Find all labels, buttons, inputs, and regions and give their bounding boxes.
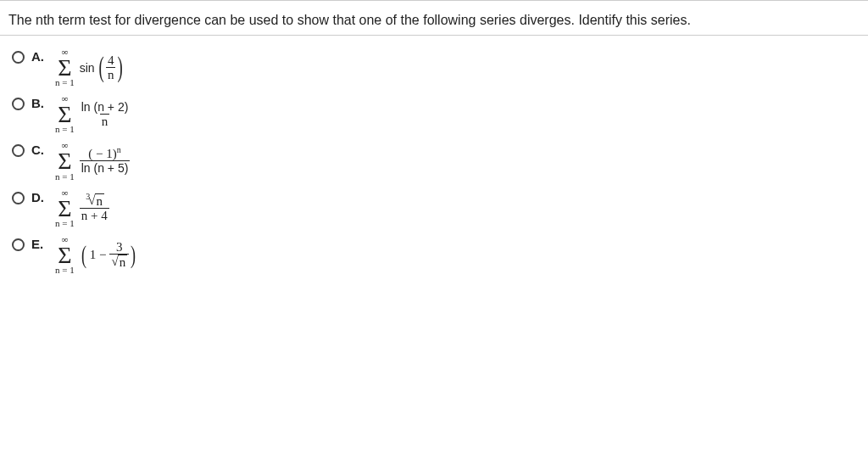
- sigma: ∞ Σ n = 1: [55, 141, 75, 181]
- num: 4: [106, 53, 116, 68]
- sigma: ∞ Σ n = 1: [55, 48, 75, 87]
- sigma-symbol: Σ: [58, 244, 71, 266]
- radio-B[interactable]: [12, 98, 25, 110]
- frac-C: ( − 1)n ln (n + 5): [80, 147, 131, 176]
- root-index: 3: [86, 192, 90, 201]
- sigma-bot: n = 1: [55, 125, 75, 134]
- choice-B[interactable]: B. ∞ Σ n = 1 ln (n + 2) n: [12, 94, 868, 134]
- neg-one: ( − 1): [88, 147, 116, 160]
- num: ( − 1)n: [86, 147, 122, 161]
- rparen: ): [131, 247, 136, 262]
- sqrt: √n: [88, 193, 104, 209]
- radio-C[interactable]: [12, 144, 25, 157]
- ln-label: ln (n + 2): [81, 100, 129, 114]
- radio-D[interactable]: [12, 192, 25, 204]
- radio-E[interactable]: [12, 238, 25, 251]
- frac-D: 3√n n + 4: [80, 193, 109, 223]
- expr-A: ∞ Σ n = 1 sin ( 4 n ): [55, 48, 125, 87]
- sigma-symbol: Σ: [58, 104, 71, 125]
- den: n + 4: [80, 208, 109, 223]
- expr-E: ∞ Σ n = 1 ( 1 − 3 √n ): [55, 235, 137, 275]
- num: 3√n: [82, 193, 106, 209]
- question-prompt: The nth term test for divergence can be …: [0, 1, 868, 35]
- sigma: ∞ Σ n = 1: [55, 94, 75, 134]
- choice-letter: A.: [25, 48, 55, 64]
- sqrt: √n: [111, 255, 127, 270]
- choice-letter: E.: [25, 235, 55, 251]
- den: n: [106, 67, 116, 82]
- frac-B: ln (n + 2) n: [80, 100, 131, 129]
- expr-B: ∞ Σ n = 1 ln (n + 2) n: [55, 94, 130, 134]
- rparen: ): [118, 59, 123, 76]
- den: ln (n + 5): [80, 160, 131, 176]
- choice-E[interactable]: E. ∞ Σ n = 1 ( 1 − 3 √n ): [12, 235, 868, 275]
- expr-D: ∞ Σ n = 1 3√n n + 4: [55, 188, 109, 228]
- ln-label: ln (n + 5): [81, 161, 129, 175]
- den: √n: [109, 254, 129, 270]
- one-minus: 1 −: [90, 248, 107, 262]
- den: n: [100, 114, 110, 129]
- sigma-symbol: Σ: [58, 198, 71, 219]
- choice-letter: C.: [25, 141, 55, 157]
- choice-C[interactable]: C. ∞ Σ n = 1 ( − 1)n ln (n + 5): [12, 141, 868, 181]
- sigma-bot: n = 1: [55, 219, 75, 228]
- sigma-bot: n = 1: [55, 78, 75, 87]
- sigma-symbol: Σ: [58, 57, 71, 78]
- choice-D[interactable]: D. ∞ Σ n = 1 3√n n + 4: [12, 188, 868, 228]
- choice-A[interactable]: A. ∞ Σ n = 1 sin ( 4 n ): [12, 48, 868, 87]
- sigma-symbol: Σ: [58, 150, 71, 171]
- choice-letter: D.: [25, 188, 55, 204]
- sup-n: n: [117, 145, 121, 154]
- num: 3: [114, 240, 125, 255]
- num: ln (n + 2): [80, 100, 131, 115]
- root-body: n: [118, 255, 128, 270]
- frac-E: 3 √n: [109, 240, 129, 270]
- sigma-bot: n = 1: [55, 266, 75, 275]
- lparen: (: [98, 59, 103, 76]
- sigma: ∞ Σ n = 1: [55, 188, 75, 228]
- sigma: ∞ Σ n = 1: [55, 235, 75, 275]
- choice-letter: B.: [25, 94, 55, 110]
- radio-A[interactable]: [12, 51, 25, 64]
- frac-A: 4 n: [106, 53, 116, 82]
- choice-list: A. ∞ Σ n = 1 sin ( 4 n ) B. ∞ Σ n = 1: [0, 36, 868, 299]
- sin-label: sin: [80, 61, 95, 75]
- lparen: (: [81, 247, 86, 262]
- expr-C: ∞ Σ n = 1 ( − 1)n ln (n + 5): [55, 141, 130, 181]
- root-body: n: [95, 193, 105, 209]
- sigma-bot: n = 1: [55, 172, 75, 182]
